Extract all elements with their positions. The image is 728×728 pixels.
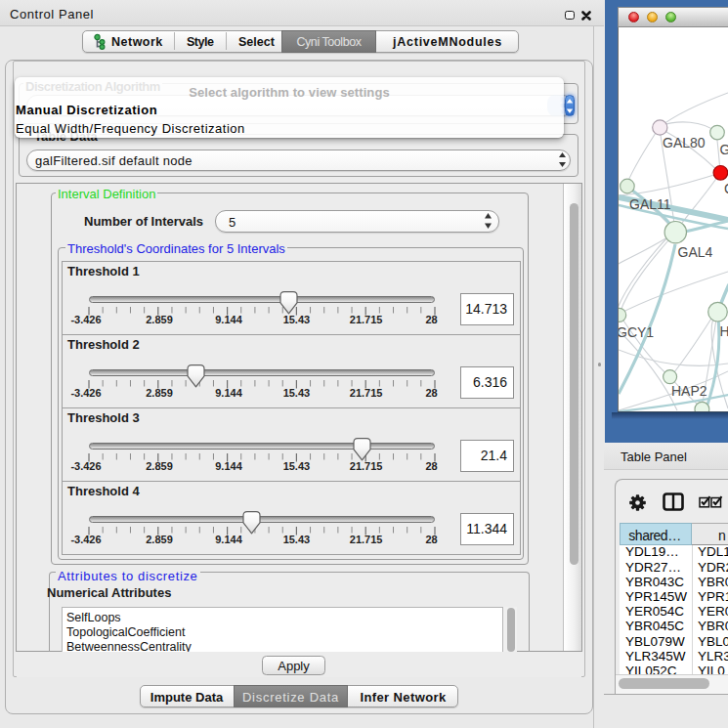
svg-text:HAP2: HAP2 xyxy=(671,383,707,399)
svg-text:GAL80: GAL80 xyxy=(663,135,706,150)
svg-text:C: C xyxy=(724,181,728,196)
svg-text:GAL11: GAL11 xyxy=(629,196,671,212)
svg-text:GCY1: GCY1 xyxy=(619,324,654,340)
svg-text:H: H xyxy=(719,323,728,339)
svg-text:GA: GA xyxy=(719,142,728,157)
svg-text:GAL4: GAL4 xyxy=(677,244,712,260)
